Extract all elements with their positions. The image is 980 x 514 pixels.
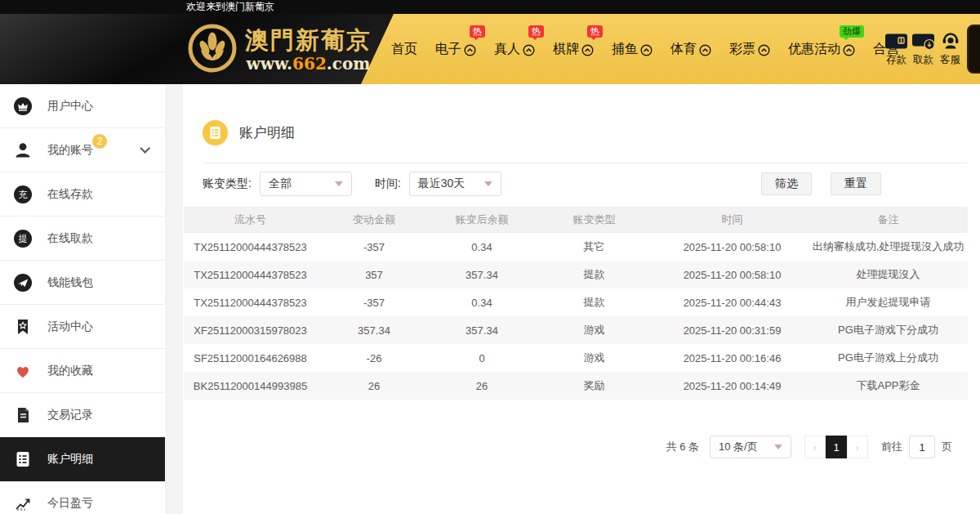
cell-balance: 357.34 <box>431 316 532 344</box>
chevron-circle-icon <box>758 44 770 56</box>
user-icon <box>12 140 33 161</box>
time-select[interactable]: 最近30天 <box>409 172 501 196</box>
cell-amount: -357 <box>317 233 431 261</box>
column-header: 变动金额 <box>317 207 431 233</box>
caret-down-icon <box>335 181 343 186</box>
nav-item-5[interactable]: 体育 <box>670 41 711 58</box>
table-row: XF25112000315978023357.34357.34游戏2025-11… <box>184 316 968 344</box>
sidebar-item-label: 在线取款 <box>47 231 93 246</box>
nav-item-label: 彩票 <box>729 41 755 58</box>
table-row: TX25112000444378523357357.34提款2025-11-20… <box>184 261 968 288</box>
nav-item-label: 电子 <box>435 41 461 58</box>
reset-button[interactable]: 重置 <box>831 172 881 195</box>
page-title-block: 账户明细 <box>203 84 968 163</box>
sidebar-item-label: 我的账号2 <box>47 143 93 158</box>
wallet-icon <box>12 272 33 293</box>
customer-service-icon <box>940 25 961 51</box>
quick-action-label: 存款 <box>886 53 906 67</box>
sidebar-item-3[interactable]: 提在线取款 <box>0 217 165 261</box>
quick-actions: 存款取款客服 <box>883 25 964 67</box>
svg-text:提: 提 <box>19 234 28 244</box>
filter-button[interactable]: 筛选 <box>761 172 812 195</box>
nav-item-0[interactable]: 首页 <box>391 41 417 58</box>
table-header-row: 流水号变动金额账变后余额账变类型时间备注 <box>184 207 968 233</box>
cell-amount: -357 <box>317 288 431 316</box>
brand-title: 澳門新葡京 <box>245 27 372 54</box>
column-header: 时间 <box>656 207 808 233</box>
crown-icon <box>12 96 33 117</box>
column-header: 账变类型 <box>532 207 656 233</box>
nav-item-1[interactable]: 电子热 <box>435 41 476 58</box>
nav-item-6[interactable]: 彩票 <box>729 41 770 58</box>
filter-bar: 账变类型: 全部 时间: 最近30天 筛选 重置 <box>203 172 968 196</box>
svg-text:充: 充 <box>19 190 28 199</box>
current-page[interactable]: 1 <box>826 436 847 458</box>
app-button-partial[interactable] <box>967 25 980 74</box>
sidebar-item-6[interactable]: 我的收藏 <box>0 349 165 393</box>
cell-time: 2025-11-20 00:14:49 <box>656 372 808 400</box>
nav-item-2[interactable]: 真人热 <box>494 41 535 58</box>
chevron-circle-icon <box>464 44 476 56</box>
cell-type: 游戏 <box>532 316 656 344</box>
sidebar-item-9[interactable]: 今日盈亏 <box>0 481 165 514</box>
activity-bookmark-icon <box>12 316 33 337</box>
sidebar-item-5[interactable]: 活动中心 <box>0 305 165 349</box>
quick-action-1[interactable]: 取款 <box>910 25 937 67</box>
table-row: SF25112000164626988-260游戏2025-11-20 00:1… <box>184 344 968 372</box>
page-size-select[interactable]: 10 条/页 <box>710 436 791 458</box>
cell-time: 2025-11-20 00:31:59 <box>656 316 808 344</box>
deposit-circle-icon: 充 <box>12 184 33 205</box>
next-page-button[interactable]: › <box>847 436 868 458</box>
cell-type: 游戏 <box>532 344 656 372</box>
type-select[interactable]: 全部 <box>260 172 352 196</box>
page-unit-label: 页 <box>942 440 952 454</box>
goto-label: 前往 <box>881 440 902 454</box>
cell-time: 2025-11-20 00:44:43 <box>656 288 808 316</box>
sidebar-item-label: 交易记录 <box>47 408 93 422</box>
cell-amount: 357.34 <box>317 316 431 344</box>
list-icon <box>203 120 228 145</box>
trend-icon <box>12 493 33 514</box>
page-size-value: 10 条/页 <box>719 440 758 454</box>
prev-page-button[interactable]: ‹ <box>804 436 826 458</box>
welcome-bar: 欢迎来到澳门新葡京 <box>0 0 980 14</box>
caret-down-icon <box>484 181 492 186</box>
goto-page-input[interactable] <box>909 436 935 458</box>
chevron-circle-icon <box>523 44 535 56</box>
nav-item-label: 优惠活动 <box>788 41 840 58</box>
quick-action-label: 客服 <box>940 53 960 67</box>
nav-badge: 热 <box>587 25 603 38</box>
cell-serial: SF25112000164626988 <box>184 344 317 372</box>
column-header: 备注 <box>808 207 968 233</box>
withdraw-card-icon <box>911 25 936 51</box>
sidebar-item-2[interactable]: 充在线存款 <box>0 172 165 217</box>
cell-balance: 0.34 <box>431 233 532 261</box>
brand-logo[interactable]: 澳門新葡京 www.662.com <box>187 23 372 77</box>
welcome-text: 欢迎来到澳门新葡京 <box>186 1 274 12</box>
nav-item-label: 捕鱼 <box>612 41 638 58</box>
nav-item-3[interactable]: 棋牌热 <box>553 41 594 58</box>
cell-remark: 出纳審核成功,处理提现沒入成功 <box>808 233 968 261</box>
sidebar-item-4[interactable]: 钱能钱包 <box>0 261 165 305</box>
nav-item-4[interactable]: 捕鱼 <box>612 41 653 58</box>
quick-action-0[interactable]: 存款 <box>883 25 910 67</box>
sidebar-item-7[interactable]: 交易记录 <box>0 393 165 437</box>
type-filter-label: 账变类型: <box>203 177 252 191</box>
cell-balance: 357.34 <box>431 261 532 288</box>
account-table: 流水号变动金额账变后余额账变类型时间备注 TX25112000444378523… <box>184 207 968 400</box>
cell-balance: 26 <box>431 372 532 400</box>
notification-badge: 2 <box>92 134 107 149</box>
caret-down-icon <box>774 445 782 449</box>
sidebar-item-1[interactable]: 我的账号2 <box>0 128 165 172</box>
nav-item-label: 真人 <box>494 41 520 58</box>
column-header: 流水号 <box>184 207 317 233</box>
sidebar-item-label: 钱能钱包 <box>47 275 93 290</box>
cell-time: 2025-11-20 00:58:10 <box>656 261 808 288</box>
pagination: 共 6 条 10 条/页 ‹ 1 › 前往 页 <box>183 436 980 458</box>
nav-item-7[interactable]: 优惠活动劲爆 <box>788 41 855 58</box>
table-row: TX25112000444378523-3570.34其它2025-11-20 … <box>184 233 968 261</box>
main-panel: 账户明细 账变类型: 全部 时间: 最近30天 筛选 重置 流水号变动金额账变后… <box>183 84 980 514</box>
quick-action-2[interactable]: 客服 <box>937 25 964 67</box>
sidebar-item-0[interactable]: 用户中心 <box>0 84 165 128</box>
sidebar-item-8[interactable]: 账户明细 <box>0 437 165 481</box>
